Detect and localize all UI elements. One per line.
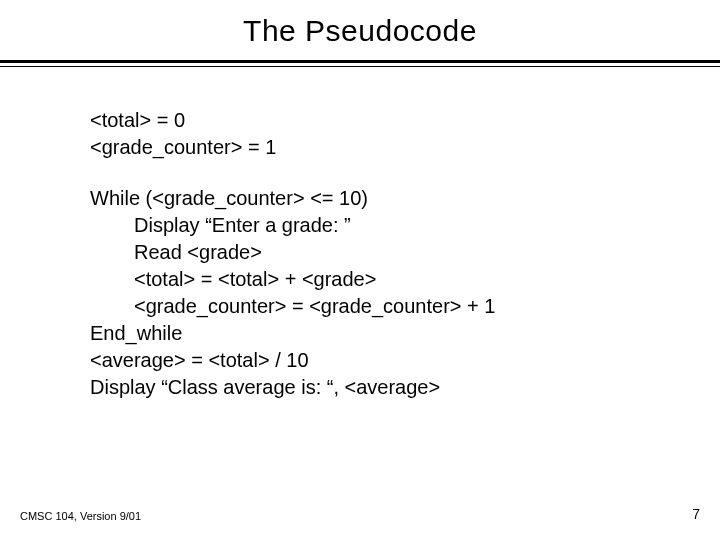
code-line: <total> = <total> + <grade> bbox=[90, 266, 650, 293]
content-area: <total> = 0 <grade_counter> = 1 While (<… bbox=[0, 67, 720, 401]
code-line: While (<grade_counter> <= 10) bbox=[90, 185, 650, 212]
code-line: Read <grade> bbox=[90, 239, 650, 266]
slide-title: The Pseudocode bbox=[0, 0, 720, 48]
init-block: <total> = 0 <grade_counter> = 1 bbox=[90, 107, 650, 161]
slide: The Pseudocode <total> = 0 <grade_counte… bbox=[0, 0, 720, 540]
code-line: Display “Enter a grade: ” bbox=[90, 212, 650, 239]
code-line: Display “Class average is: “, <average> bbox=[90, 374, 650, 401]
rule-thick bbox=[0, 60, 720, 63]
code-line: <total> = 0 bbox=[90, 107, 650, 134]
loop-block: While (<grade_counter> <= 10) Display “E… bbox=[90, 185, 650, 401]
code-line: <grade_counter> = <grade_counter> + 1 bbox=[90, 293, 650, 320]
footer-left: CMSC 104, Version 9/01 bbox=[20, 510, 141, 522]
code-line: End_while bbox=[90, 320, 650, 347]
page-number: 7 bbox=[692, 506, 700, 522]
title-rule bbox=[0, 60, 720, 67]
code-line: <grade_counter> = 1 bbox=[90, 134, 650, 161]
code-line: <average> = <total> / 10 bbox=[90, 347, 650, 374]
